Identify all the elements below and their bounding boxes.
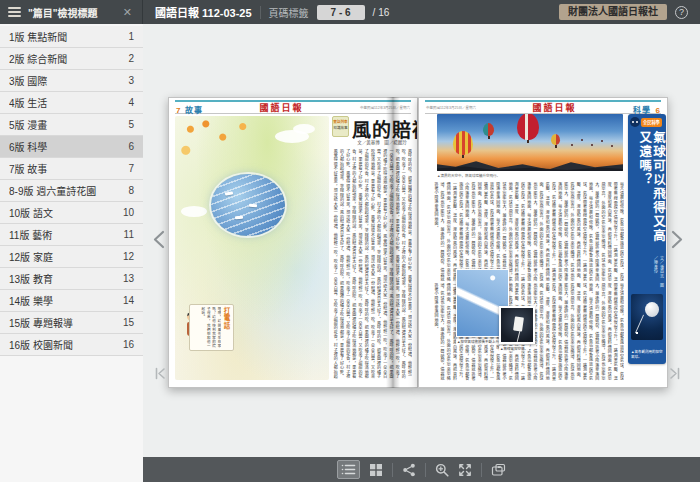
- toc-sidebar: 1版 焦點新聞1 2版 綜合新聞2 3版 國際3 4版 生活4 5版 漫畫5 6…: [0, 24, 143, 482]
- sidebar-item-page: 16: [123, 339, 134, 350]
- page-viewer: 7 故事 國語日報 中華民國112年3月25日／星期六: [143, 24, 700, 457]
- share-icon[interactable]: [402, 463, 416, 477]
- hot-air-balloon-photo: [437, 114, 623, 171]
- story-body-text: 風呼呼的吹，把果園裡的橘子吹得滿地都是，果農看了好心疼。風覺得很不好意思，想送給…: [332, 149, 412, 379]
- sidebar-item-label: 16版 校園新聞: [9, 337, 123, 352]
- toc-title: "篇目"檢視標題: [28, 5, 114, 20]
- bottom-toolbar: [143, 457, 700, 482]
- sidebar-item-p1[interactable]: 1版 焦點新聞1: [0, 26, 143, 48]
- sidebar-item-label: 11版 藝術: [9, 227, 124, 242]
- page-nav-label: 頁碼標籤: [269, 5, 309, 20]
- sidebar-item-p4[interactable]: 4版 生活4: [0, 92, 143, 114]
- dateline: 中華民國112年3月25日／星期六: [426, 105, 476, 110]
- zoom-in-icon[interactable]: [435, 463, 449, 477]
- epaper-viewer: "篇目"檢視標題 ✕ 國語日報 112-03-25 頁碼標籤 / 16 財團法人…: [0, 0, 700, 482]
- sidebar-item-label: 13版 教育: [9, 271, 123, 286]
- next-page-arrow[interactable]: [670, 230, 684, 253]
- fullscreen-icon[interactable]: [458, 463, 472, 477]
- document-title: 國語日報 112-03-25: [155, 4, 252, 20]
- sidebar-item-page: 6: [128, 141, 134, 152]
- sidebar-item-page: 5: [128, 119, 134, 130]
- popup-window-icon[interactable]: [491, 463, 506, 477]
- sidebar-item-p13[interactable]: 13版 教育13: [0, 268, 143, 290]
- radiosonde-photo: [499, 306, 535, 344]
- sidebar-item-p12[interactable]: 12版 家庭12: [0, 246, 143, 268]
- section-label: 7 故事: [176, 99, 203, 117]
- right-page-science[interactable]: 中華民國112年3月25日／星期六 國語日報 科學 6: [418, 97, 668, 388]
- story-tag: 童話列車 知識故事: [332, 116, 349, 137]
- balloon-red: [517, 114, 539, 140]
- close-icon[interactable]: ✕: [121, 6, 134, 19]
- toolbar-divider: [481, 463, 482, 477]
- sidebar-item-p15[interactable]: 15版 專題報導15: [0, 312, 143, 334]
- sidebar-item-label: 14版 樂學: [9, 293, 123, 308]
- toolbar-divider: [425, 463, 426, 477]
- page-spread: 7 故事 國語日報 中華民國112年3月25日／星期六: [168, 97, 668, 388]
- left-page-header: 7 故事 國語日報 中華民國112年3月25日／星期六: [175, 100, 411, 114]
- sidebar-item-label: 6版 科學: [9, 139, 128, 154]
- science-title-banner: 全民科學 氣球可以飛得又高又遠嗎？ 文／潘昌志 圖／陳彥伶 ▲氣象觀測用的探空氣…: [628, 114, 666, 364]
- masthead-logo: 國語日報: [259, 101, 303, 114]
- hamburger-menu-icon[interactable]: [8, 7, 21, 17]
- sidebar-item-p3[interactable]: 3版 國際3: [0, 70, 143, 92]
- sidebar-item-p14[interactable]: 14版 樂學14: [0, 290, 143, 312]
- page-total: / 16: [373, 7, 390, 18]
- sidebar-item-label: 8-9版 週六童詩花園: [9, 183, 128, 198]
- divider: [260, 6, 261, 19]
- sidebar-item-p7[interactable]: 7版 故事7: [0, 158, 143, 180]
- left-page-story[interactable]: 7 故事 國語日報 中華民國112年3月25日／星期六: [168, 97, 418, 388]
- story-title: 風的賠禮（二）: [352, 115, 412, 142]
- first-page-button[interactable]: [154, 366, 166, 384]
- balloon-striped: [453, 131, 473, 155]
- page-number-input[interactable]: [317, 5, 365, 20]
- story-inset-box: 打電話 喂喂，請問風先生在家嗎？請他快到我家的院子裡來，我們想和他一起玩。: [189, 304, 234, 351]
- publisher-button[interactable]: 財團法人國語日報社: [559, 4, 667, 20]
- sidebar-item-page: 2: [128, 53, 134, 64]
- last-page-button[interactable]: [669, 366, 681, 384]
- dateline: 中華民國112年3月25日／星期六: [360, 105, 410, 110]
- list-view-icon[interactable]: [337, 460, 360, 479]
- sidebar-item-label: 1版 焦點新聞: [9, 29, 128, 44]
- sidebar-item-p5[interactable]: 5版 漫畫5: [0, 114, 143, 136]
- contrail-caption: ▲探空氣球施放後不斷上升。: [456, 339, 503, 344]
- story-credits: 文／黃基博 圖／楊麗玲: [352, 139, 412, 145]
- toolbar-divider: [392, 463, 393, 477]
- sidebar-item-page: 3: [128, 75, 134, 86]
- weather-balloon-photo: [631, 294, 663, 340]
- help-icon[interactable]: ?: [675, 6, 688, 19]
- sidebar-item-page: 1: [128, 31, 134, 42]
- sidebar-item-label: 5版 漫畫: [9, 117, 128, 132]
- sidebar-item-label: 12版 家庭: [9, 249, 123, 264]
- sidebar-item-label: 15版 專題報導: [9, 315, 123, 330]
- inset-text: 喂喂，請問風先生在家嗎？請他快到我家的院子裡來，我們想和他一起玩。: [192, 307, 221, 348]
- story-title-block: 童話列車 知識故事 風的賠禮（二） 文／黃基博 圖／楊麗玲: [332, 115, 412, 146]
- photo-caption: ▲清晨的天空中，熱氣球陸續升空飛行。: [437, 173, 621, 178]
- science-badge: 全民科學: [630, 117, 664, 127]
- mascot-icon: [630, 117, 640, 127]
- sidebar-item-page: 7: [128, 163, 134, 174]
- science-credits: 文／潘昌志 圖／陳彥伶: [630, 256, 664, 292]
- sidebar-item-page: 13: [123, 273, 134, 284]
- sidebar-item-page: 4: [128, 97, 134, 108]
- sidebar-item-p2[interactable]: 2版 綜合新聞2: [0, 48, 143, 70]
- badge-label: 全民科學: [641, 118, 662, 127]
- sidebar-item-label: 10版 語文: [9, 205, 123, 220]
- sidebar-item-p16[interactable]: 16版 校園新聞16: [0, 334, 143, 356]
- sidebar-item-page: 14: [123, 295, 134, 306]
- science-title-text: 氣球可以飛得又高又遠嗎？ 文／潘昌志 圖／陳彥伶: [630, 131, 664, 292]
- top-bar: "篇目"檢視標題 ✕ 國語日報 112-03-25 頁碼標籤 / 16 財團法人…: [0, 0, 700, 24]
- previous-page-arrow[interactable]: [152, 230, 166, 253]
- masthead-logo: 國語日報: [533, 101, 577, 114]
- weather-balloon-caption: ▲氣象觀測用的探空氣球。: [631, 350, 664, 360]
- sidebar-item-p8-9[interactable]: 8-9版 週六童詩花園8: [0, 180, 143, 202]
- inset-title: 打電話: [221, 307, 231, 348]
- sidebar-item-p11[interactable]: 11版 藝術11: [0, 224, 143, 246]
- toc-header: "篇目"檢視標題 ✕: [0, 0, 143, 24]
- grid-view-icon[interactable]: [369, 463, 383, 477]
- sidebar-item-label: 7版 故事: [9, 161, 128, 176]
- balloon-yellow: [551, 134, 560, 145]
- sidebar-item-p10[interactable]: 10版 語文10: [0, 202, 143, 224]
- sidebar-item-p6-selected[interactable]: 6版 科學6: [0, 136, 143, 158]
- device-caption: ▲無線電探空儀。: [499, 346, 529, 351]
- sidebar-item-label: 3版 國際: [9, 73, 128, 88]
